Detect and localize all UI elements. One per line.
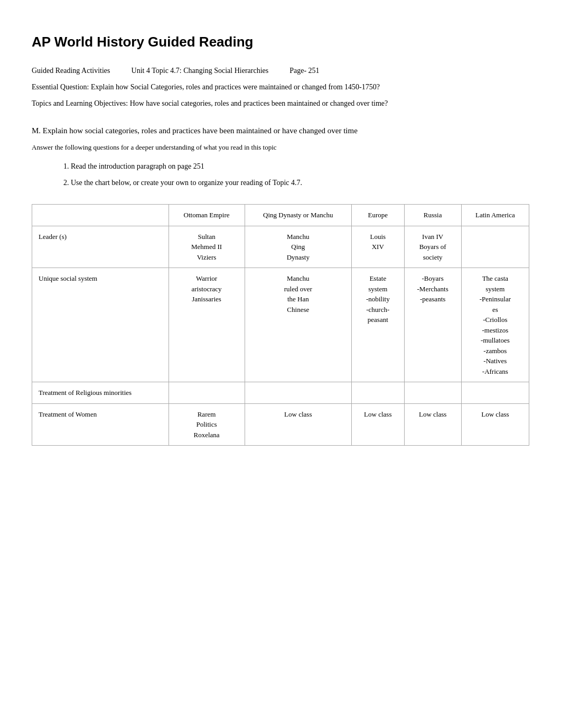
table-cell: Rarem Politics Roxelana <box>169 403 245 446</box>
comparison-table: Ottoman EmpireQing Dynasty or ManchuEuro… <box>32 204 529 446</box>
page-label: Page- 251 <box>289 65 319 76</box>
table-cell <box>461 226 529 268</box>
row-label: Leader (s) <box>32 226 169 268</box>
list-item: 2. Use the chart below, or create your o… <box>63 177 529 188</box>
table-header-russia: Russia <box>404 205 461 226</box>
activities-label: Guided Reading Activities <box>32 65 110 76</box>
table-cell: Warrior aristocracy Janissaries <box>169 268 245 382</box>
table-cell: -Boyars -Merchants -peasants <box>404 268 461 382</box>
table-cell <box>352 382 404 404</box>
chart-table-wrapper: Ottoman EmpireQing Dynasty or ManchuEuro… <box>32 204 529 446</box>
table-cell: Louis XIV <box>352 226 404 268</box>
unit-label: Unit 4 Topic 4.7: Changing Social Hierar… <box>132 65 269 76</box>
table-cell <box>461 382 529 404</box>
table-cell <box>404 382 461 404</box>
table-cell: Manchu Qing Dynasty <box>245 226 352 268</box>
table-cell: Low class <box>461 403 529 446</box>
table-row: Treatment of Religious minorities <box>32 382 529 404</box>
table-cell: Sultan Mehmed II Viziers <box>169 226 245 268</box>
table-header-qing-dynasty-or-manchu: Qing Dynasty or Manchu <box>245 205 352 226</box>
learning-objectives: Topics and Learning Objectives: How have… <box>32 98 529 109</box>
table-cell: Manchu ruled over the Han Chinese <box>245 268 352 382</box>
row-label: Treatment of Religious minorities <box>32 382 169 404</box>
table-cell: The casta system -Peninsular es -Criollo… <box>461 268 529 382</box>
table-cell <box>169 382 245 404</box>
table-cell: Low class <box>404 403 461 446</box>
essential-question: Essential Question: Explain how Social C… <box>32 81 529 93</box>
table-row: Leader (s)Sultan Mehmed II ViziersManchu… <box>32 226 529 268</box>
numbered-list: 1. Read the introduction paragraph on pa… <box>63 161 529 188</box>
table-cell: Ivan IV Boyars of society <box>404 226 461 268</box>
section-label: M. Explain how social categories, roles … <box>32 125 529 137</box>
table-header-europe: Europe <box>352 205 404 226</box>
table-cell: Estate system -nobility -church- peasant <box>352 268 404 382</box>
row-label: Unique social system <box>32 268 169 382</box>
table-row: Unique social systemWarrior aristocracy … <box>32 268 529 382</box>
row-label: Treatment of Women <box>32 403 169 446</box>
table-cell: Low class <box>352 403 404 446</box>
table-header-ottoman-empire: Ottoman Empire <box>169 205 245 226</box>
page-title: AP World History Guided Reading <box>32 32 529 52</box>
table-header-empty <box>32 205 169 226</box>
table-cell: Low class <box>245 403 352 446</box>
list-item: 1. Read the introduction paragraph on pa… <box>63 161 529 172</box>
table-cell <box>245 382 352 404</box>
table-row: Treatment of WomenRarem Politics Roxelan… <box>32 403 529 446</box>
table-header-latin-america: Latin America <box>461 205 529 226</box>
instructions: Answer the following questions for a dee… <box>32 142 529 153</box>
